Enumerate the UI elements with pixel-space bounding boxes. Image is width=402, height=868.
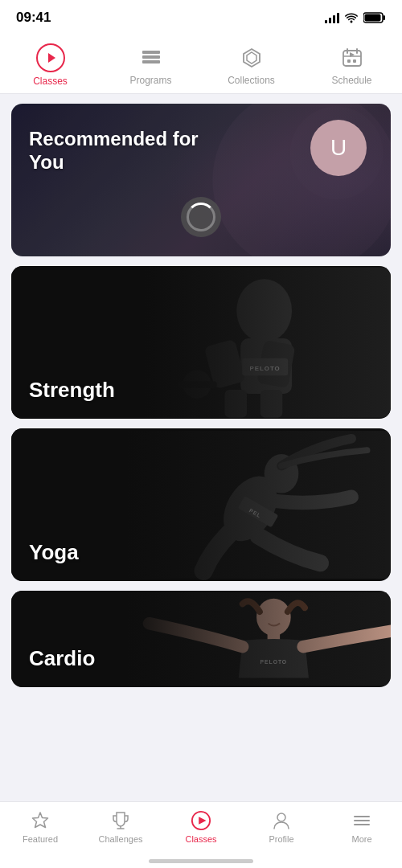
tab-challenges-label: Challenges bbox=[98, 834, 142, 844]
main-content: U Recommended forYou PELO bbox=[0, 94, 402, 802]
nav-item-collections[interactable]: Collections bbox=[201, 44, 302, 86]
svg-rect-1 bbox=[384, 15, 386, 20]
classes-icon-circle bbox=[36, 43, 65, 72]
home-indicator bbox=[149, 859, 253, 863]
svg-rect-14 bbox=[353, 59, 356, 63]
battery-icon bbox=[363, 12, 386, 23]
svg-rect-5 bbox=[142, 55, 160, 59]
star-icon bbox=[30, 810, 51, 831]
tab-more-label: More bbox=[351, 834, 371, 844]
card-cardio-title: Cardio bbox=[29, 646, 95, 671]
nav-programs-label: Programs bbox=[129, 75, 171, 86]
card-yoga[interactable]: PEL Yoga bbox=[11, 428, 391, 581]
tab-classes-label: Classes bbox=[185, 834, 216, 844]
svg-marker-43 bbox=[199, 817, 206, 824]
nav-item-schedule[interactable]: Schedule bbox=[302, 44, 402, 86]
svg-rect-4 bbox=[142, 51, 160, 54]
card-recommended[interactable]: U Recommended forYou bbox=[11, 104, 391, 256]
status-bar: 09:41 bbox=[0, 0, 402, 35]
tab-challenges[interactable]: Challenges bbox=[80, 810, 161, 844]
play-circle-icon bbox=[191, 809, 211, 832]
nav-classes-label: Classes bbox=[33, 76, 68, 87]
svg-rect-9 bbox=[343, 51, 361, 66]
card-cardio[interactable]: PELOTO Cardio bbox=[11, 591, 391, 687]
tab-more[interactable]: More bbox=[322, 810, 402, 844]
collections-icon bbox=[238, 44, 265, 72]
card-strength[interactable]: PELOTO Strength bbox=[11, 266, 391, 419]
loading-spinner bbox=[181, 197, 221, 237]
nav-item-programs[interactable]: Programs bbox=[100, 44, 201, 86]
svg-marker-3 bbox=[48, 53, 55, 63]
svg-point-17 bbox=[212, 104, 391, 256]
spinner-ring bbox=[187, 203, 215, 231]
tab-classes[interactable]: Classes bbox=[161, 810, 241, 844]
featured-icon bbox=[30, 810, 51, 831]
svg-rect-2 bbox=[365, 14, 381, 22]
svg-marker-8 bbox=[247, 52, 256, 63]
tab-featured-label: Featured bbox=[23, 834, 58, 844]
svg-point-44 bbox=[277, 813, 285, 821]
card-yoga-title: Yoga bbox=[29, 540, 79, 565]
bottom-tab-bar: Featured Challenges Classes bbox=[0, 801, 402, 868]
card-recommended-title: Recommended forYou bbox=[29, 128, 199, 174]
person-icon bbox=[271, 810, 292, 831]
trophy-icon bbox=[110, 810, 131, 831]
svg-rect-6 bbox=[142, 60, 160, 63]
tab-profile[interactable]: Profile bbox=[241, 810, 322, 844]
play-icon bbox=[44, 51, 57, 64]
wifi-icon bbox=[344, 12, 359, 23]
profile-icon bbox=[271, 810, 292, 831]
nav-item-classes[interactable]: Classes bbox=[0, 43, 100, 87]
menu-icon bbox=[351, 810, 372, 831]
schedule-icon bbox=[338, 44, 366, 72]
nav-schedule-label: Schedule bbox=[331, 75, 371, 86]
svg-marker-39 bbox=[33, 813, 48, 828]
status-icons bbox=[325, 12, 386, 23]
user-avatar: U bbox=[310, 120, 367, 176]
top-navigation: Classes Programs Collections Schedule bbox=[0, 35, 402, 94]
status-time: 09:41 bbox=[16, 10, 51, 26]
svg-rect-13 bbox=[347, 59, 351, 63]
signal-icon bbox=[325, 12, 339, 23]
challenges-icon bbox=[110, 810, 131, 831]
tab-profile-label: Profile bbox=[269, 834, 293, 844]
more-icon bbox=[351, 810, 372, 831]
tab-classes-icon bbox=[191, 810, 211, 831]
programs-icon bbox=[137, 44, 165, 72]
tab-featured[interactable]: Featured bbox=[0, 810, 80, 844]
nav-collections-label: Collections bbox=[228, 75, 275, 86]
card-strength-title: Strength bbox=[29, 378, 115, 403]
